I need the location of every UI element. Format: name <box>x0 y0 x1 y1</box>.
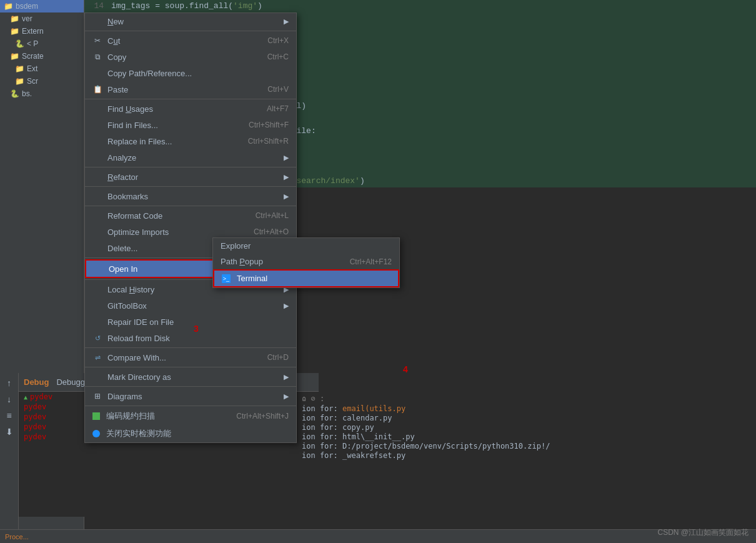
menu-label: Refactor <box>107 172 138 182</box>
menu-label: Open In <box>109 264 137 274</box>
menu-label: Reload from Disk <box>107 334 170 343</box>
menu-item-analyze[interactable]: Analyze ▶ <box>85 149 296 166</box>
folder-icon: 📁 <box>15 77 24 86</box>
blue-circle-icon <box>92 430 100 437</box>
menu-item-gittoolbox[interactable]: GitToolBox ▶ <box>85 297 296 314</box>
console-line: ion for: html\__init__.py <box>302 432 751 441</box>
menu-item-find-files[interactable]: Find in Files... Ctrl+Shift+F <box>85 117 296 133</box>
separator <box>85 206 296 206</box>
submenu-arrow: ▶ <box>284 173 289 181</box>
find-icon <box>92 104 102 114</box>
menu-label: New <box>107 17 124 26</box>
step-badge-3: 3 <box>194 324 199 334</box>
menu-label: Analyze <box>107 153 136 162</box>
submenu-arrow: ▶ <box>284 302 289 310</box>
menu-item-replace-files[interactable]: Replace in Files... Ctrl+Shift+R <box>85 133 296 149</box>
shortcut-find-files: Ctrl+Shift+F <box>249 121 289 129</box>
tool-btn-down2[interactable]: ⬇ <box>2 424 17 439</box>
menu-item-compare[interactable]: ⇌ Compare With... Ctrl+D <box>85 349 296 366</box>
menu-item-new[interactable]: New ▶ <box>85 13 296 29</box>
menu-item-copy[interactable]: ⧉ Copy Ctrl+C <box>85 49 296 65</box>
line-number: 14 <box>89 0 111 12</box>
menu-item-find-usages[interactable]: Find Usages Alt+F7 <box>85 101 296 117</box>
separator <box>85 31 296 31</box>
python-icon-bs: 🐍 <box>10 89 19 98</box>
menu-label: 编码规约扫描 <box>106 411 155 422</box>
sidebar-item-label: Scr <box>27 77 38 86</box>
refactor-icon <box>92 172 102 182</box>
sidebar-item-label: ver <box>22 14 32 23</box>
shortcut-code-scan: Ctrl+Alt+Shift+J <box>236 412 289 421</box>
new-icon <box>92 16 102 26</box>
menu-item-paste[interactable]: 📋 Paste Ctrl+V <box>85 81 296 97</box>
menu-label: Compare With... <box>107 353 166 362</box>
menu-label: Optimize Imports <box>107 227 169 237</box>
replace-icon <box>92 136 102 146</box>
shortcut-reformat: Ctrl+Alt+L <box>256 211 289 220</box>
sidebar-item-bs[interactable]: 🐍 bs. <box>0 87 84 100</box>
debug-label: Debug <box>24 377 49 387</box>
menu-item-code-scan[interactable]: 编码规约扫描 Ctrl+Alt+Shift+J <box>85 407 296 425</box>
folder-icon: 📁 <box>10 14 19 23</box>
sidebar-item-ver[interactable]: 📁 ver <box>0 12 84 25</box>
menu-label: Delete... <box>107 244 137 253</box>
tool-btn-up[interactable]: ↑ <box>2 376 17 391</box>
pydev-text: pydev <box>24 432 46 441</box>
menu-item-mark-dir[interactable]: Mark Directory as ▶ <box>85 369 296 385</box>
git-icon <box>92 301 102 311</box>
shortcut-find-usages: Alt+F7 <box>267 104 289 113</box>
console-line: ɷ ⊘ : <box>302 394 751 403</box>
menu-item-close-detection[interactable]: 关闭实时检测功能 <box>85 425 296 442</box>
compare-icon: ⇌ <box>92 352 102 362</box>
menu-item-diagrams[interactable]: ⊞ Diagrams ▶ <box>85 388 296 404</box>
sidebar-item-extern[interactable]: 📁 Extern <box>0 25 84 37</box>
watermark: CSDN @江山如画笑面如花 <box>657 527 749 538</box>
menu-label: Copy <box>107 52 126 62</box>
separator <box>85 367 296 367</box>
submenu-item-path-popup[interactable]: Path Popup Ctrl+Alt+F12 <box>213 254 399 269</box>
shortcut-cut: Ctrl+X <box>267 36 289 45</box>
menu-label: Reformat Code <box>107 211 162 221</box>
sidebar-item-p[interactable]: 🐍 < P <box>0 37 84 50</box>
menu-label: Local History <box>107 285 154 294</box>
menu-item-reformat[interactable]: Reformat Code Ctrl+Alt+L <box>85 207 296 224</box>
terminal-icon: >_ <box>222 274 231 283</box>
menu-item-reload[interactable]: ↺ Reload from Disk <box>85 330 296 346</box>
menu-item-bookmarks[interactable]: Bookmarks ▶ <box>85 188 296 204</box>
shortcut-compare: Ctrl+D <box>267 353 289 362</box>
menu-item-copy-path[interactable]: Copy Path/Reference... <box>85 65 296 81</box>
reformat-icon <box>92 211 102 221</box>
tool-btn-list[interactable]: ≡ <box>2 408 17 423</box>
menu-item-cut[interactable]: ✂ Cut Ctrl+X <box>85 32 296 49</box>
submenu-item-explorer[interactable]: Explorer <box>213 238 399 254</box>
find-files-icon <box>92 120 102 130</box>
tool-btn-down[interactable]: ↓ <box>2 392 17 407</box>
folder-icon: 📁 <box>4 2 13 11</box>
menu-item-refactor[interactable]: Refactor ▶ <box>85 169 296 185</box>
analyze-icon <box>92 152 102 162</box>
menu-item-repair-ide[interactable]: Repair IDE on File <box>85 314 296 330</box>
submenu-arrow: ▶ <box>284 154 289 162</box>
step-badge-4: 4 <box>403 364 408 374</box>
pydev-text: pydev <box>24 412 46 421</box>
sidebar-item-bsdem[interactable]: 📁 bsdem <box>0 0 84 12</box>
submenu-label: Explorer <box>221 241 251 251</box>
submenu-item-terminal[interactable]: >_ Terminal <box>213 269 399 287</box>
submenu-shortcut: Ctrl+Alt+F12 <box>350 257 392 266</box>
sidebar-item-ext[interactable]: 📁 Ext <box>0 62 84 75</box>
paste-icon: 📋 <box>92 84 102 94</box>
menu-label: Cut <box>107 36 120 46</box>
console-line: ion for: email(utils.py <box>302 404 751 413</box>
separator <box>85 186 296 187</box>
sidebar-item-label: Scrate <box>22 52 44 61</box>
mark-dir-icon <box>92 372 102 382</box>
sidebar-item-scrate[interactable]: 📁 Scrate <box>0 50 84 62</box>
submenu-arrow: ▶ <box>284 392 289 401</box>
menu-label: Replace in Files... <box>107 137 172 146</box>
shortcut-optimize: Ctrl+Alt+O <box>254 227 289 236</box>
separator <box>85 167 296 167</box>
sidebar-item-scr[interactable]: 📁 Scr <box>0 75 84 87</box>
console-line: ion for: D:/project/bsdemo/venv/Scripts/… <box>302 442 751 451</box>
separator <box>85 99 296 99</box>
folder-icon: 📁 <box>10 52 19 61</box>
